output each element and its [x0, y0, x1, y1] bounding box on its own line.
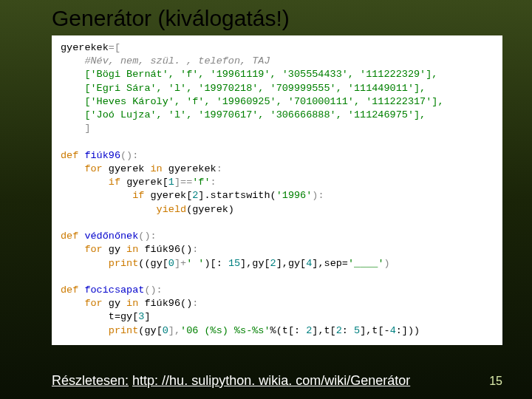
- footer-link[interactable]: http: //hu. sulipython. wikia. com/wiki/…: [132, 373, 410, 388]
- code-string: '1996': [276, 190, 313, 201]
- code-keyword: for: [61, 244, 109, 255]
- code-num: 2: [270, 258, 276, 269]
- code-ident: %(t[:: [270, 325, 307, 336]
- code-string: ['Joó Lujza', 'l', '19970617', '30666688…: [61, 109, 426, 120]
- code-ident: fiúk96(): [144, 298, 192, 309]
- code-ident: ],sep=: [312, 258, 348, 269]
- code-num: 15: [228, 258, 240, 269]
- code-keyword: print: [61, 325, 138, 336]
- code-keyword: in: [120, 244, 144, 255]
- code-keyword: def: [61, 284, 84, 296]
- code-token: ]: [61, 123, 91, 134]
- code-ident: gy: [109, 244, 120, 255]
- code-token: :: [216, 163, 222, 174]
- code-num: 5: [354, 325, 360, 336]
- code-ident: ],gy[: [240, 258, 270, 269]
- code-string: '____': [348, 258, 384, 269]
- code-ident: gy: [109, 298, 120, 309]
- code-token: ():: [138, 231, 156, 242]
- code-token: gyerekek: [61, 42, 109, 53]
- code-token: :: [192, 298, 198, 309]
- footer-link-line: Részletesen: http: //hu. sulipython. wik…: [52, 373, 410, 389]
- code-content: gyerekek=[ #Név, nem, szül. , telefon, T…: [61, 41, 494, 338]
- code-string: ['Heves Károly', 'f', '19960925', '70100…: [61, 96, 443, 107]
- code-string: 'f': [192, 177, 210, 188]
- code-ident: ]: [144, 311, 150, 322]
- page-number: 15: [489, 375, 502, 388]
- code-comment: #Név, nem, szül. , telefon, TAJ: [61, 55, 270, 66]
- code-block: gyerekek=[ #Név, nem, szül. , telefon, T…: [52, 35, 502, 345]
- code-ident: t=gy[: [61, 311, 138, 322]
- code-keyword: in: [144, 163, 168, 174]
- code-token: ):: [312, 190, 324, 201]
- code-keyword: for: [61, 163, 109, 174]
- code-token: :: [211, 177, 216, 188]
- code-ident: ],t[: [312, 325, 335, 336]
- code-ident: ((gy[: [138, 258, 168, 269]
- code-token: ():: [120, 150, 138, 161]
- code-ident: )[:: [204, 258, 228, 269]
- code-keyword: if: [61, 177, 126, 188]
- code-token: =[: [109, 42, 120, 53]
- slide-title: Generátor (kiválogatás!): [0, 0, 532, 35]
- code-ident: gyerek[: [151, 190, 193, 201]
- code-token: ():: [144, 284, 162, 296]
- footer: Részletesen: http: //hu. sulipython. wik…: [52, 373, 502, 389]
- code-keyword: for: [61, 298, 109, 309]
- code-num: 0: [168, 258, 174, 269]
- code-funcname: focicsapat: [84, 284, 144, 296]
- code-ident: ].startswith(: [198, 190, 276, 201]
- code-ident: fiúk96(): [144, 244, 192, 255]
- code-ident: gyerek[: [126, 177, 168, 188]
- code-keyword: yield: [61, 204, 186, 215]
- code-keyword: def: [61, 150, 84, 161]
- code-token: ]+: [174, 258, 186, 269]
- code-ident: :: [342, 325, 354, 336]
- code-num: 4: [390, 325, 396, 336]
- code-ident: gyerekek: [168, 163, 216, 174]
- code-num: 0: [163, 325, 168, 336]
- code-num: 2: [336, 325, 342, 336]
- code-ident: gyerek: [109, 163, 145, 174]
- code-funcname: védőnőnek: [84, 231, 138, 242]
- code-keyword: def: [61, 231, 84, 242]
- code-ident: (gyerek): [186, 204, 234, 215]
- code-string: ['Bögi Bernát', 'f', '19961119', '305554…: [61, 69, 437, 80]
- code-keyword: print: [61, 258, 138, 269]
- code-string: ' ': [186, 258, 204, 269]
- code-token: ]==: [174, 177, 192, 188]
- code-token: :: [192, 244, 198, 255]
- code-string: ['Egri Sára', 'l', '19970218', '70999955…: [61, 83, 426, 94]
- code-keyword: in: [120, 298, 144, 309]
- code-token: ): [384, 258, 390, 269]
- footer-label: Részletesen:: [52, 373, 129, 388]
- code-ident: :])): [396, 325, 420, 336]
- code-ident: (gy[: [138, 325, 162, 336]
- code-token: ],: [168, 325, 180, 336]
- code-num: 1: [168, 177, 174, 188]
- code-keyword: if: [61, 190, 151, 201]
- code-ident: ],gy[: [276, 258, 307, 269]
- code-ident: ],t[-: [360, 325, 390, 336]
- code-funcname: fiúk96: [84, 150, 120, 161]
- code-string: '06 (%s) %s-%s': [180, 325, 270, 336]
